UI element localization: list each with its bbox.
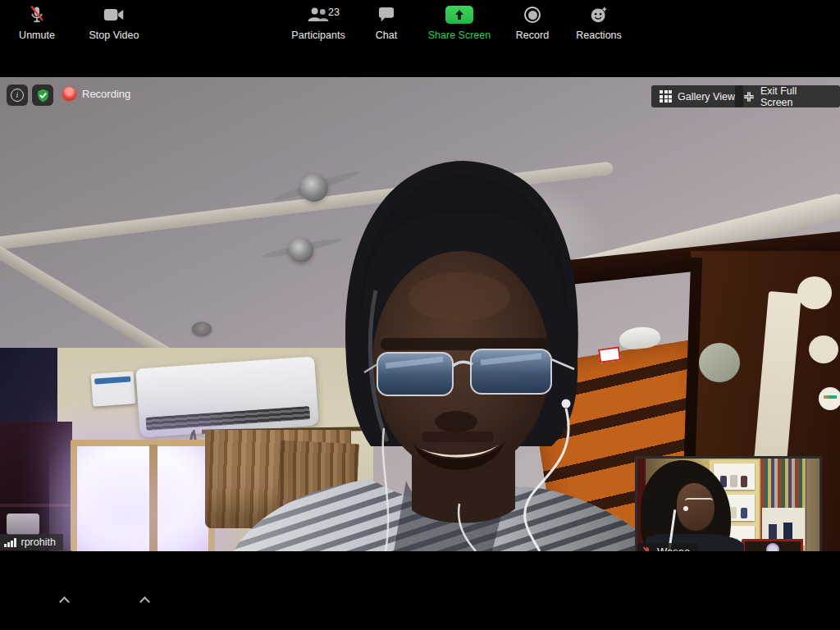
- exit-full-screen-button[interactable]: Exit Full Screen: [735, 85, 840, 107]
- recording-dot-icon: [62, 87, 76, 101]
- mic-options-chevron[interactable]: [60, 596, 69, 605]
- record-label: Record: [516, 30, 549, 41]
- security-button[interactable]: [32, 84, 53, 106]
- exit-full-screen-label: Exit Full Screen: [760, 85, 832, 108]
- share-screen-icon: [445, 5, 473, 25]
- recording-label: Recording: [82, 88, 130, 100]
- video-camera-icon: [103, 5, 125, 25]
- participants-count: 23: [328, 7, 340, 18]
- shield-check-icon: [36, 89, 50, 103]
- participants-button[interactable]: 23 Participants: [281, 3, 356, 44]
- participants-icon: 23: [306, 5, 331, 25]
- chat-bubble-icon: [377, 5, 395, 25]
- recording-indicator[interactable]: Recording: [62, 87, 130, 101]
- meeting-info-button[interactable]: i: [7, 84, 28, 106]
- reactions-label: Reactions: [576, 30, 622, 41]
- participant-thumbnail-wesee[interactable]: Wesee: [635, 456, 822, 563]
- share-screen-button[interactable]: Share Screen: [420, 3, 499, 44]
- thumbnail-person-face: [677, 483, 714, 531]
- stop-video-label: Stop Video: [89, 30, 139, 41]
- record-icon: [524, 5, 541, 25]
- video-options-chevron[interactable]: [140, 596, 149, 605]
- participant-name: rprohith: [21, 536, 56, 548]
- bottom-bar: [0, 551, 840, 630]
- participants-label: Participants: [291, 30, 345, 41]
- active-speaker-nametag: rprohith: [0, 534, 63, 550]
- signal-strength-icon: [4, 538, 16, 547]
- exit-fullscreen-icon: [743, 91, 755, 103]
- gallery-view-label: Gallery View: [678, 91, 735, 103]
- reactions-button[interactable]: Reactions: [568, 3, 630, 44]
- share-screen-label: Share Screen: [428, 30, 491, 41]
- record-button[interactable]: Record: [504, 3, 561, 44]
- chat-label: Chat: [376, 30, 397, 41]
- zoom-meeting-window: i Recording Gallery View Exit F: [0, 0, 840, 630]
- stop-video-button[interactable]: Stop Video: [80, 3, 148, 44]
- mic-muted-icon: [28, 5, 46, 25]
- reactions-icon: [590, 5, 608, 25]
- info-icon: i: [11, 89, 24, 102]
- gallery-grid-icon: [660, 90, 672, 103]
- unmute-button[interactable]: Unmute: [8, 3, 66, 44]
- chat-button[interactable]: Chat: [363, 3, 409, 44]
- gallery-view-button[interactable]: Gallery View: [651, 85, 743, 107]
- unmute-label: Unmute: [19, 30, 55, 41]
